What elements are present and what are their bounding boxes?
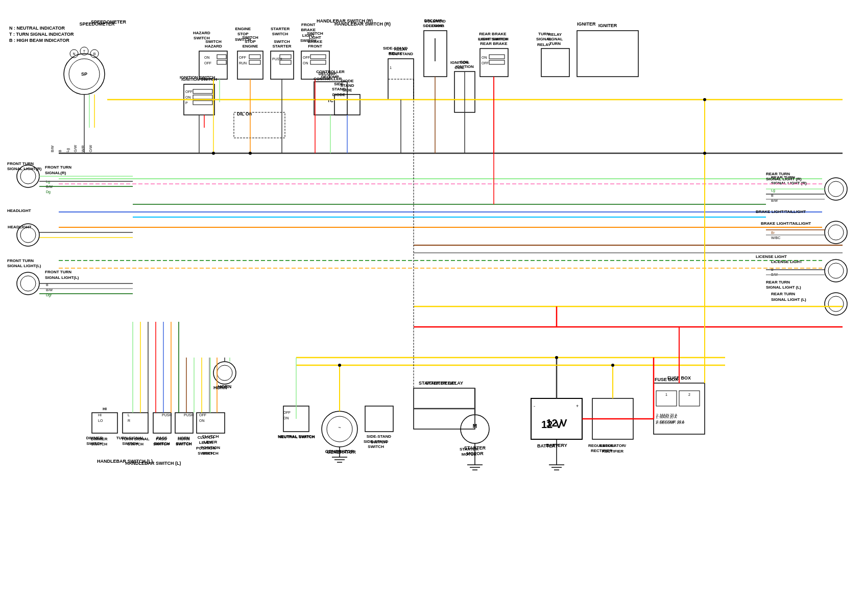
side-stand-switch-label: SIDE-STANDSWITCH: [364, 439, 388, 450]
svg-text:TC: TC: [327, 98, 333, 103]
svg-text:SIDE-STAND: SIDE-STAND: [367, 434, 392, 439]
svg-text:ON: ON: [283, 416, 289, 420]
svg-text:SWITCH: SWITCH: [274, 39, 290, 44]
svg-point-278: [249, 152, 252, 155]
hazard-switch-label: HAZARDSWITCH: [193, 31, 210, 41]
side-stand-relay-label: SIDE-STANDRELAY: [383, 46, 407, 57]
svg-text:HEADLIGHT: HEADLIGHT: [8, 225, 32, 229]
brake-light-taillight-label: BRAKE LIGHT/TAILLIGHT: [756, 209, 806, 214]
svg-text:SIGNAL LIGHT (L): SIGNAL LIGHT (L): [771, 297, 806, 302]
svg-text:HI: HI: [98, 413, 102, 417]
svg-text:L: L: [128, 413, 130, 417]
svg-text:OFF: OFF: [185, 90, 193, 93]
svg-text:HI: HI: [103, 407, 107, 411]
svg-text:1: 1: [665, 393, 667, 396]
fuse-details: 1: MAIN 20 A2: DECOMP. 20 A: [656, 415, 684, 425]
svg-rect-0: [0, 0, 864, 616]
svg-point-281: [611, 364, 614, 367]
svg-text:+: +: [576, 404, 579, 409]
svg-text:OFF: OFF: [204, 61, 211, 65]
rear-turn-signal-r-label: REAR TURNSIGNAL LIGHT (R): [766, 172, 802, 182]
svg-text:OFF: OFF: [199, 413, 206, 417]
svg-text:OFF: OFF: [303, 56, 310, 59]
fuse-box-label: FUSE BOX: [655, 377, 678, 382]
svg-text:R: R: [128, 419, 130, 422]
svg-text:B/W: B/W: [51, 145, 54, 152]
svg-text:1: 1: [390, 66, 392, 69]
svg-text:FRONT TURN: FRONT TURN: [45, 270, 71, 274]
svg-text:ON: ON: [482, 56, 487, 59]
svg-point-282: [703, 152, 706, 155]
svg-text:O/W: O/W: [89, 145, 92, 152]
svg-text:Lg: Lg: [46, 180, 50, 184]
svg-point-280: [338, 364, 341, 367]
starter-switch-label: STARTERSWITCH: [271, 27, 290, 37]
svg-text:N  : NEUTRAL INDICATOR: N : NEUTRAL INDICATOR: [9, 26, 65, 31]
headlight-label: HEADLIGHT: [7, 208, 31, 213]
svg-text:FRONT: FRONT: [308, 44, 322, 49]
speedometer-label: SPEEDOMETER: [91, 19, 126, 26]
svg-text:Lg: Lg: [66, 148, 70, 152]
svg-text:Br: Br: [771, 231, 775, 234]
svg-text:HAZARD: HAZARD: [205, 44, 222, 49]
svg-text:-: -: [534, 404, 535, 409]
horn-label: HORN: [213, 385, 227, 390]
battery-voltage: 12 V: [541, 419, 562, 431]
rear-turn-signal-l-label: REAR TURNSIGNAL LIGHT (L): [766, 280, 801, 291]
svg-text:G/W: G/W: [74, 145, 77, 152]
svg-text:W/BC: W/BC: [771, 236, 780, 240]
generator-label: GENERATOR: [327, 449, 356, 455]
svg-text:ON: ON: [204, 56, 210, 59]
svg-text:ON: ON: [303, 61, 308, 65]
starter-relay-label: STARTER RELAY: [419, 381, 457, 386]
svg-text:~: ~: [338, 425, 341, 430]
svg-text:SP: SP: [81, 72, 87, 77]
front-turn-signal-l-label: FRONT TURNSIGNAL LIGHT(L): [7, 258, 41, 269]
battery-label: BATTERY: [537, 443, 559, 448]
svg-text:ENGINE: ENGINE: [243, 44, 258, 49]
svg-text:T  : TURN SIGNAL INDICATOR: T : TURN SIGNAL INDICATOR: [9, 32, 74, 37]
decomp-controller-label: DECOMP.CONTROLLER: [314, 72, 342, 82]
engine-stop-label: ENGINESTOPSWITCH: [235, 27, 251, 42]
svg-text:N: N: [73, 52, 75, 56]
svg-text:IGNITER: IGNITER: [598, 23, 617, 28]
svg-text:2: 2: [688, 393, 690, 396]
svg-text:SIGNAL(R): SIGNAL(R): [45, 171, 66, 175]
side-stand-diode-label: SIDESTANDDIODE: [332, 82, 346, 98]
wiring-diagram: N : NEUTRAL INDICATOR T : TURN SIGNAL IN…: [0, 0, 864, 616]
turn-signal-switch-label: TURN SIGNALSWITCH: [122, 437, 150, 447]
svg-text:Dg: Dg: [46, 190, 51, 194]
svg-text:PUSH: PUSH: [184, 413, 194, 417]
handlebar-switch-r-label: HANDLEBAR SWITCH (R): [317, 18, 373, 23]
horn-switch-label: HORNSWITCH: [176, 437, 192, 447]
svg-text:ON: ON: [199, 419, 205, 422]
svg-text:BRAKE LIGHT/TAILLIGHT: BRAKE LIGHT/TAILLIGHT: [761, 221, 811, 226]
svg-text:B: B: [58, 150, 62, 152]
svg-text:T: T: [83, 50, 86, 53]
svg-text:OFF: OFF: [482, 61, 489, 65]
svg-point-277: [212, 152, 215, 155]
ignition-switch-label: IGNITION SWITCH: [180, 75, 215, 80]
dimmer-switch-label: DIMMERSWITCH: [91, 437, 107, 447]
regulator-rectifier-label: REGULATOR/RECTIFIER: [588, 443, 615, 454]
svg-text:RUN: RUN: [239, 61, 247, 65]
turn-signal-relay-label: TURNSIGNALRELAY: [536, 32, 551, 48]
svg-text:STARTER: STARTER: [272, 44, 291, 49]
neutral-switch-label: NEUTRAL SWITCH: [278, 435, 315, 439]
svg-text:FRONT TURN: FRONT TURN: [45, 165, 71, 170]
igniter-label: IGNITER: [577, 21, 596, 27]
svg-text:SIGNAL LIGHT(L): SIGNAL LIGHT(L): [45, 275, 79, 280]
svg-text:PUSH: PUSH: [162, 413, 172, 417]
svg-text:REAR TURN: REAR TURN: [771, 292, 795, 296]
svg-text:OFF: OFF: [283, 411, 291, 414]
front-turn-signal-r-label: FRONT TURNSIGNAL LIGHT(R): [7, 161, 41, 172]
svg-text:OFF: OFF: [239, 56, 246, 59]
decomp-solenoid-label: DECOMP.SOLENOID: [423, 18, 444, 29]
starter-motor-label: STARTERMOTOR: [460, 447, 478, 458]
license-light-label: LICENSE LIGHT: [756, 254, 787, 259]
front-brake-light-switch-label: FRONTBRAKELIGHTSWITCH: [300, 22, 317, 44]
clutch-lever-position-switch-label: CLUTCHLEVERPOSITIONSWITCH: [196, 435, 215, 457]
svg-text:LO: LO: [98, 419, 103, 422]
svg-text:ON: ON: [185, 96, 191, 99]
svg-point-279: [555, 356, 558, 359]
